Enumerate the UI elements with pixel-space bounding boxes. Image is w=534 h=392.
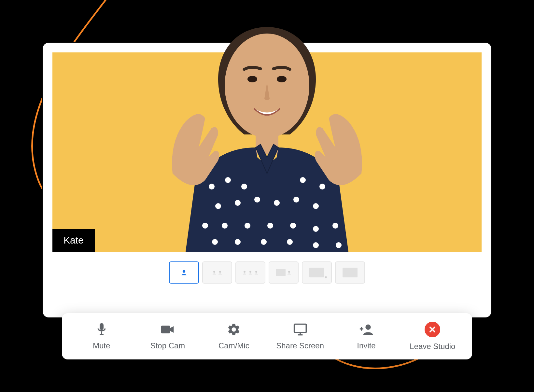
svg-point-28 xyxy=(183,270,185,273)
person-icon xyxy=(181,269,187,276)
layout-two-up[interactable] xyxy=(202,261,232,284)
layout-screen-only[interactable] xyxy=(335,261,365,284)
svg-point-22 xyxy=(212,239,218,245)
svg-point-33 xyxy=(255,271,257,273)
layout-single[interactable] xyxy=(169,261,199,284)
svg-point-15 xyxy=(245,223,250,229)
svg-point-13 xyxy=(202,223,208,229)
monitor-icon xyxy=(293,322,307,337)
layout-screen-plus-speaker[interactable] xyxy=(269,261,299,284)
svg-point-12 xyxy=(313,203,319,209)
svg-point-10 xyxy=(274,200,280,206)
svg-point-11 xyxy=(293,197,299,203)
stop-cam-button[interactable]: Stop Cam xyxy=(138,322,197,350)
svg-point-16 xyxy=(267,223,273,229)
svg-point-4 xyxy=(209,184,215,189)
studio-window: Kate xyxy=(42,42,492,318)
cam-mic-label: Cam/Mic xyxy=(218,341,249,350)
screen-thumb xyxy=(309,268,324,277)
invite-button[interactable]: Invite xyxy=(337,322,396,350)
person-icon xyxy=(324,276,328,280)
svg-point-23 xyxy=(235,239,241,245)
layout-three-up[interactable] xyxy=(235,261,265,284)
person-icon xyxy=(254,270,259,275)
person-icon xyxy=(287,270,291,275)
participant-name-tag: Kate xyxy=(52,229,95,252)
svg-point-21 xyxy=(319,184,325,189)
svg-point-19 xyxy=(332,223,338,229)
svg-point-31 xyxy=(244,271,246,273)
leave-studio-button[interactable]: Leave Studio xyxy=(403,322,462,351)
video-stage: Kate xyxy=(52,52,482,252)
svg-point-5 xyxy=(225,177,231,183)
svg-point-6 xyxy=(241,184,247,189)
person-icon xyxy=(248,270,253,275)
stop-cam-label: Stop Cam xyxy=(150,341,185,350)
person-icon xyxy=(242,270,247,275)
svg-point-30 xyxy=(219,271,221,273)
svg-point-1 xyxy=(247,76,257,82)
participant-name: Kate xyxy=(63,235,84,245)
videocam-icon xyxy=(161,322,175,337)
svg-point-24 xyxy=(261,239,267,245)
share-screen-button[interactable]: Share Screen xyxy=(271,322,330,350)
cam-mic-button[interactable]: Cam/Mic xyxy=(204,322,263,350)
invite-label: Invite xyxy=(357,341,375,350)
svg-point-2 xyxy=(277,76,287,82)
svg-point-25 xyxy=(287,239,293,245)
participant-video xyxy=(120,4,414,252)
svg-point-8 xyxy=(235,200,241,206)
add-person-icon xyxy=(359,322,373,337)
svg-point-34 xyxy=(288,271,290,273)
svg-point-43 xyxy=(365,324,371,330)
svg-point-32 xyxy=(249,271,251,273)
layout-picker xyxy=(52,261,482,284)
svg-point-7 xyxy=(215,203,221,209)
gear-icon xyxy=(227,322,241,337)
svg-rect-36 xyxy=(100,323,104,330)
svg-point-20 xyxy=(300,177,306,183)
screen-thumb xyxy=(276,269,286,276)
svg-point-35 xyxy=(325,276,327,278)
svg-point-29 xyxy=(213,271,215,273)
mute-label: Mute xyxy=(93,341,110,350)
layout-screen-pip[interactable] xyxy=(302,261,332,284)
svg-point-9 xyxy=(254,197,260,203)
mute-button[interactable]: Mute xyxy=(72,322,131,350)
microphone-icon xyxy=(94,322,109,337)
svg-rect-39 xyxy=(161,326,170,333)
share-screen-label: Share Screen xyxy=(276,341,324,350)
screen-thumb xyxy=(343,268,358,277)
close-icon xyxy=(425,322,440,337)
control-toolbar: Mute Stop Cam Cam/Mic Share Screen Invit… xyxy=(62,313,472,359)
svg-rect-40 xyxy=(294,324,306,333)
svg-point-17 xyxy=(290,223,296,229)
svg-point-18 xyxy=(313,226,319,232)
svg-point-27 xyxy=(336,242,342,248)
person-icon xyxy=(218,270,222,275)
person-icon xyxy=(212,270,217,275)
leave-label: Leave Studio xyxy=(410,342,455,351)
svg-point-14 xyxy=(222,223,228,229)
svg-point-26 xyxy=(313,242,319,248)
